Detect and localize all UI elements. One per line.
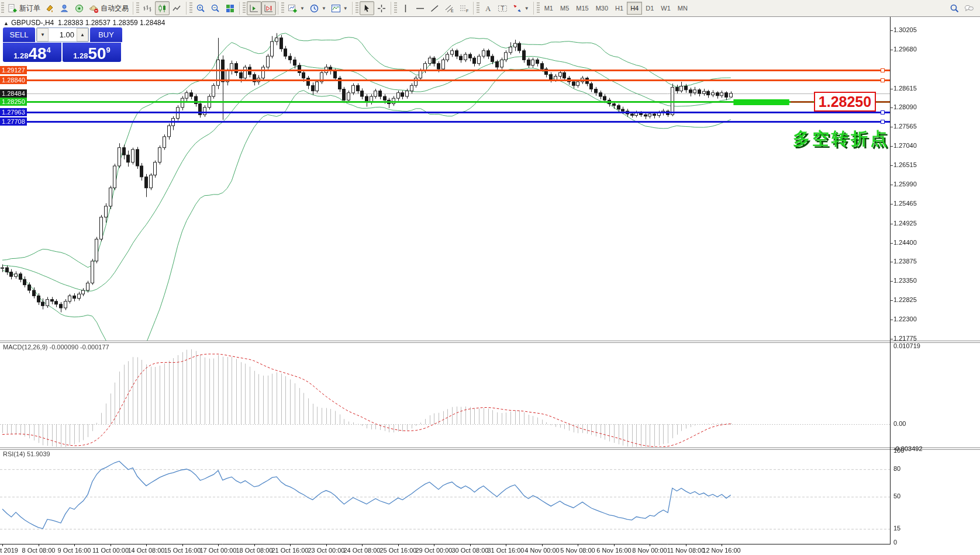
sell-price[interactable]: 1.28484 <box>3 43 61 62</box>
time-axis-label: 30 Oct 08:00 <box>452 547 489 554</box>
toolbar-bars-chart-button[interactable] <box>140 1 155 15</box>
sell-button[interactable]: SELL <box>3 27 35 42</box>
toolbar-add-indicator-button[interactable]: ▼ <box>285 1 307 15</box>
volume-increase-button[interactable]: ▲ <box>77 28 88 41</box>
time-axis-label: 8 Nov 00:00 <box>632 547 667 554</box>
price-axis-tick: 1.27565 <box>893 123 917 130</box>
svg-text:E: E <box>451 9 454 13</box>
toolbar-template-chart-button[interactable]: ▼ <box>329 1 350 15</box>
timeframe-m1-button[interactable]: M1 <box>541 2 557 15</box>
toolbar-line-chart-button[interactable] <box>170 1 184 15</box>
toolbar-separator <box>473 2 474 15</box>
toolbar-separator <box>533 2 534 15</box>
toolbar-vertical-line-button[interactable] <box>398 1 413 15</box>
toolbar-separator <box>239 2 240 15</box>
price-axis-tick: 1.25990 <box>893 181 917 188</box>
volume-input[interactable] <box>49 28 77 41</box>
toolbar-auto-scroll-button[interactable] <box>247 1 261 15</box>
price-axis-tick: 1.21775 <box>893 335 917 342</box>
toolbar-separator <box>391 2 391 15</box>
price-axis-tick: 1.23875 <box>893 258 917 265</box>
auto-scroll-icon <box>249 4 259 13</box>
timeframe-m5-button[interactable]: M5 <box>557 2 572 15</box>
arrows-tool-icon <box>512 4 522 13</box>
sell-price-pip: 4 <box>47 46 51 54</box>
price-axis-tick: 1.24925 <box>893 220 917 227</box>
collapse-trade-panel-icon[interactable]: ▲ <box>4 20 9 26</box>
horizontal-line-icon <box>415 4 425 13</box>
timeframe-h4-button[interactable]: H4 <box>627 2 642 15</box>
macd-axis-label: 0.00 <box>893 420 906 427</box>
toolbar-signals-button[interactable] <box>72 1 87 15</box>
time-axis-label: 7 Oct 2019 <box>0 547 18 554</box>
timeframe-w1-button[interactable]: W1 <box>657 2 674 15</box>
toolbar-zoom-in-button[interactable] <box>194 1 208 15</box>
rsi-axis-label: 100 <box>893 447 904 454</box>
toolbar-separator <box>186 2 187 15</box>
new-order-icon <box>8 4 18 13</box>
macd-axis-label: 0.010719 <box>893 342 920 349</box>
styler-icon <box>45 4 55 13</box>
timeframe-mn-button[interactable]: MN <box>674 2 691 15</box>
vertical-line-icon <box>401 4 410 13</box>
template-chart-dropdown-icon[interactable]: ▼ <box>343 6 348 11</box>
new-order-label: 新订单 <box>19 4 40 13</box>
arrows-tool-dropdown-icon[interactable]: ▼ <box>524 6 529 11</box>
toolbar-text-button[interactable]: A <box>481 1 495 15</box>
price-axis-tick: 1.29680 <box>893 46 917 53</box>
signals-icon <box>74 4 84 13</box>
price-axis-tick: 1.24400 <box>893 239 917 246</box>
toolbar-new-order-button[interactable]: 新订单 <box>5 1 43 15</box>
toolbar-support-button[interactable] <box>57 1 72 15</box>
price-level-tag: 1.28250 <box>0 98 27 106</box>
timeframe-h1-button[interactable]: H1 <box>612 2 627 15</box>
time-axis-label: 17 Oct 00:00 <box>200 547 237 554</box>
price-axis-tick: 1.25465 <box>893 200 917 207</box>
timeframe-d1-button[interactable]: D1 <box>642 2 657 15</box>
volume-decrease-button[interactable]: ▼ <box>37 28 49 41</box>
toolbar-grip <box>356 2 358 14</box>
toolbar-fibonacci-button[interactable]: F <box>457 1 471 15</box>
price-axis-tick: 1.22825 <box>893 296 917 303</box>
svg-text:F: F <box>466 9 468 13</box>
toolbar-trendline-button[interactable] <box>427 1 442 15</box>
time-axis-label: 18 Oct 08:00 <box>236 547 273 554</box>
price-axis-tick: 1.27040 <box>893 142 917 149</box>
add-indicator-dropdown-icon[interactable]: ▼ <box>300 6 305 11</box>
time-axis-label: 12 Nov 16:00 <box>702 547 740 554</box>
periods-clock-icon <box>309 4 319 13</box>
toolbar-styler-button[interactable] <box>43 1 57 15</box>
toolbar-arrows-tool-button[interactable]: ▼ <box>510 1 532 15</box>
chart-canvas[interactable] <box>0 0 980 555</box>
periods-clock-dropdown-icon[interactable]: ▼ <box>322 6 326 11</box>
zoom-out-icon <box>211 4 220 13</box>
toolbar-cursor-button[interactable] <box>360 1 374 15</box>
cn-annotation-text[interactable]: 多空转折点 <box>793 127 889 151</box>
price-callout-box[interactable]: 1.28250 <box>814 92 876 112</box>
toolbar-zoom-out-button[interactable] <box>208 1 223 15</box>
symbol-title: GBPUSD-,H4 <box>11 19 54 27</box>
cursor-icon <box>362 4 372 13</box>
toolbar-candles-chart-button[interactable] <box>155 1 170 15</box>
chat-icon <box>964 4 974 13</box>
price-axis-tick: 1.22300 <box>893 315 917 322</box>
toolbar-chat-button[interactable] <box>962 1 976 15</box>
buy-button[interactable]: BUY <box>90 27 122 42</box>
toolbar-periods-clock-button[interactable]: ▼ <box>307 1 329 15</box>
toolbar-horizontal-line-button[interactable] <box>413 1 427 15</box>
toolbar-tile-windows-button[interactable] <box>223 1 237 15</box>
time-axis-label: 25 Oct 16:00 <box>380 547 417 554</box>
timeframe-m15-button[interactable]: M15 <box>572 2 592 15</box>
time-axis-label: 29 Oct 00:00 <box>416 547 453 554</box>
support-icon <box>60 4 70 13</box>
toolbar-search-button[interactable] <box>947 1 962 15</box>
toolbar-grip <box>1 2 4 14</box>
toolbar-chart-shift-button[interactable] <box>261 1 276 15</box>
toolbar-equidistant-channel-button[interactable]: E <box>442 1 457 15</box>
toolbar-autotrade-button[interactable]: 自动交易 <box>87 1 131 15</box>
buy-price[interactable]: 1.28509 <box>63 43 121 62</box>
timeframe-m30-button[interactable]: M30 <box>592 2 612 15</box>
price-level-tag: 1.28840 <box>0 76 27 84</box>
toolbar-text-label-button[interactable]: T <box>495 1 510 15</box>
toolbar-crosshair-button[interactable] <box>374 1 389 15</box>
